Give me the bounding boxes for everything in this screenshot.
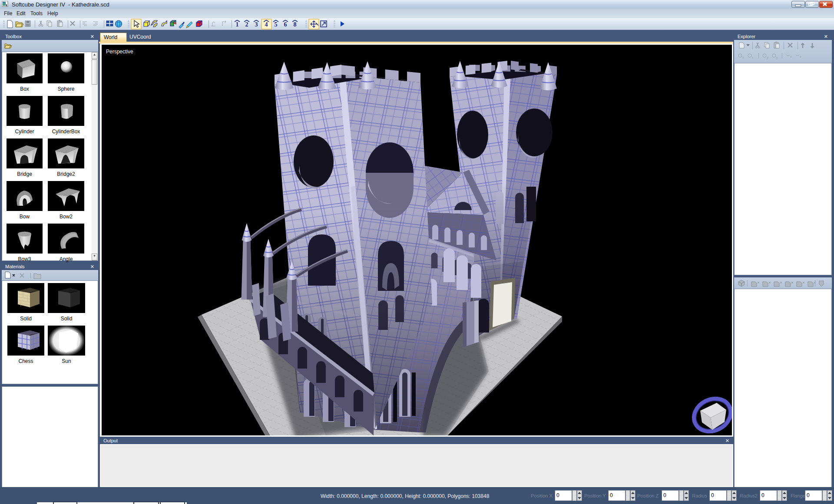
svg-text:5: 5	[275, 21, 278, 28]
svg-text:3: 3	[255, 21, 258, 28]
svg-text:x: x	[752, 56, 754, 59]
svg-text:z: z	[800, 55, 801, 58]
svg-text:y: y	[776, 56, 778, 59]
svg-text:6: 6	[284, 21, 287, 28]
svg-text:4: 4	[265, 21, 268, 28]
svg-text:8: 8	[294, 21, 297, 28]
svg-text:x: x	[742, 56, 744, 59]
svg-text:y: y	[767, 56, 768, 59]
svg-text:2: 2	[245, 21, 248, 28]
svg-text:1: 1	[236, 21, 239, 28]
svg-text:z: z	[790, 55, 792, 58]
